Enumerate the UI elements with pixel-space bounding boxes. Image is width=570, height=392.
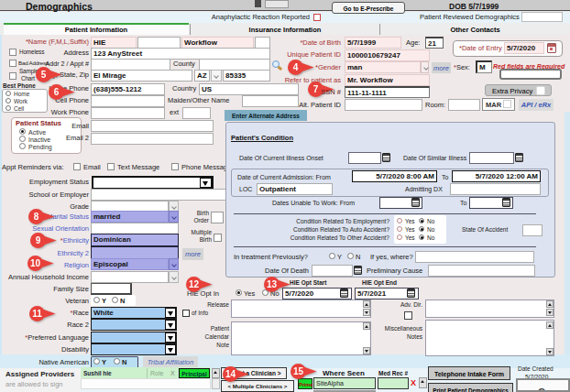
svg-text:14: 14: [225, 369, 236, 379]
svg-text:8: 8: [34, 212, 39, 222]
svg-text:10: 10: [30, 258, 41, 268]
svg-text:13: 13: [267, 279, 278, 289]
svg-text:4: 4: [293, 62, 299, 72]
svg-text:12: 12: [188, 279, 199, 289]
svg-text:9: 9: [36, 235, 41, 245]
svg-text:5: 5: [41, 70, 47, 80]
svg-text:6: 6: [53, 87, 59, 97]
svg-text:11: 11: [32, 309, 42, 319]
svg-text:15: 15: [293, 366, 304, 376]
